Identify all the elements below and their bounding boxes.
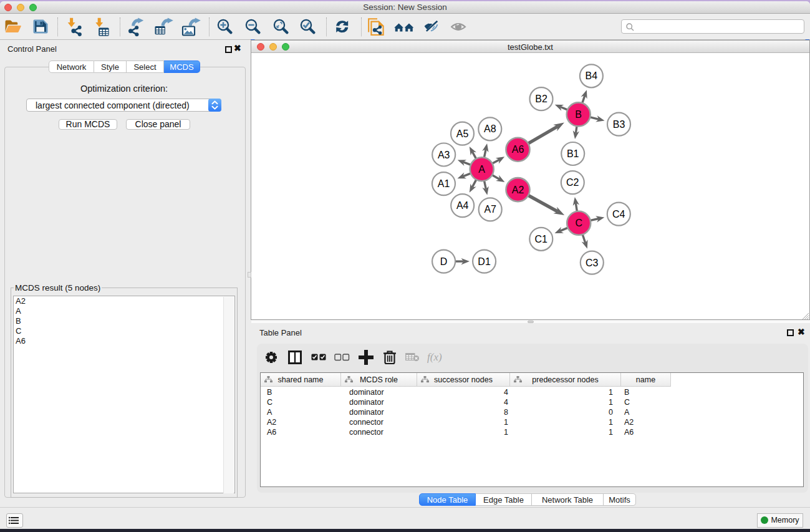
svg-text:A4: A4	[456, 200, 469, 211]
svg-text:B: B	[575, 109, 582, 120]
svg-text:B3: B3	[613, 119, 625, 130]
svg-text:D: D	[440, 256, 448, 267]
svg-text:B4: B4	[586, 70, 598, 81]
svg-text:B1: B1	[567, 148, 579, 159]
svg-text:A5: A5	[456, 128, 469, 139]
svg-text:A6: A6	[512, 144, 524, 155]
svg-text:A3: A3	[438, 150, 450, 160]
svg-text:A7: A7	[484, 204, 496, 215]
svg-text:f(x): f(x)	[427, 352, 442, 363]
svg-text:C4: C4	[612, 209, 625, 220]
svg-text:C: C	[575, 218, 582, 228]
svg-text:A8: A8	[484, 123, 496, 134]
svg-text:C3: C3	[586, 258, 599, 268]
svg-text:A1: A1	[438, 178, 450, 189]
svg-text:C2: C2	[566, 177, 579, 188]
svg-text:B2: B2	[535, 94, 547, 104]
svg-text:A: A	[478, 164, 485, 175]
svg-text:A2: A2	[512, 185, 524, 195]
svg-text:C1: C1	[535, 234, 548, 244]
svg-text:D1: D1	[478, 256, 491, 267]
